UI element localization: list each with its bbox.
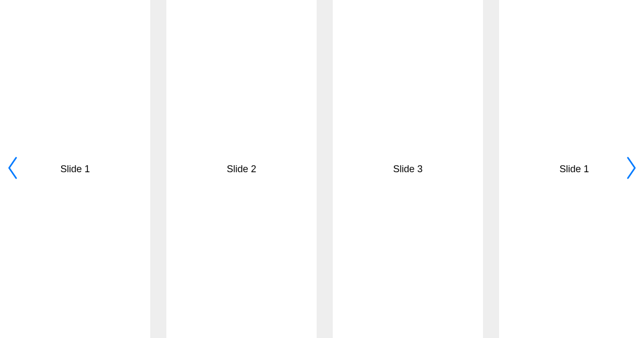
slide-label: Slide 2 [226, 164, 256, 175]
carousel-container: Slide 1 Slide 2 Slide 3 Slide 1 [0, 0, 644, 338]
carousel-slide[interactable]: Slide 1 [499, 0, 644, 338]
carousel-slide[interactable]: Slide 3 [333, 0, 483, 338]
carousel-slide[interactable]: Slide 2 [166, 0, 317, 338]
carousel-prev-button[interactable] [5, 157, 20, 181]
carousel-slide[interactable]: Slide 1 [0, 0, 150, 338]
slide-label: Slide 3 [393, 164, 422, 175]
carousel-next-button[interactable] [624, 157, 639, 181]
slide-label: Slide 1 [60, 164, 90, 175]
carousel-track: Slide 1 Slide 2 Slide 3 Slide 1 [0, 0, 644, 338]
chevron-left-icon [5, 156, 20, 182]
chevron-right-icon [624, 156, 639, 182]
slide-label: Slide 1 [559, 164, 589, 175]
